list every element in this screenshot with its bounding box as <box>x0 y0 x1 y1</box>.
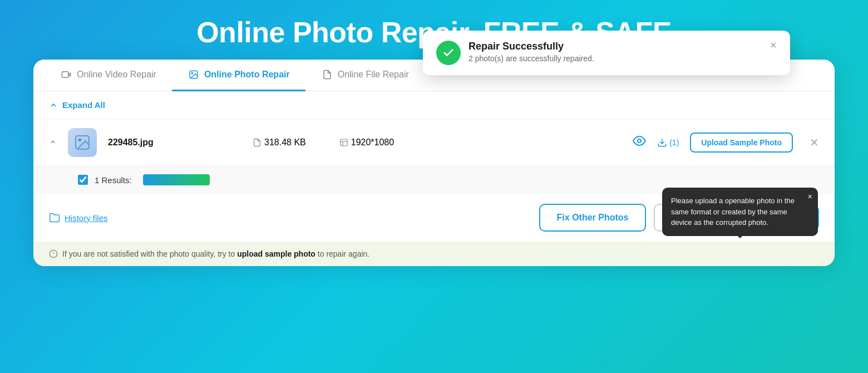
file-dimensions-container: 1920*1080 <box>339 138 394 148</box>
tab-photo-label: Online Photo Repair <box>204 70 290 80</box>
video-tab-icon <box>60 68 72 81</box>
notification-content: Repair Successfully 2 photo(s) are succe… <box>468 41 762 63</box>
sample-photo-tooltip: × Please upload a openable photo in the … <box>662 188 818 236</box>
tab-file-repair[interactable]: Online File Repair <box>305 60 425 91</box>
history-files-link[interactable]: History files <box>49 212 108 223</box>
svg-point-5 <box>78 139 81 141</box>
tooltip-close-button[interactable]: × <box>808 192 812 201</box>
footer-note: If you are not satisfied with the photo … <box>33 242 835 266</box>
svg-point-3 <box>191 72 193 73</box>
svg-rect-6 <box>341 139 347 146</box>
results-progress-bar <box>143 174 210 185</box>
file-dimensions: 1920*1080 <box>351 138 394 148</box>
svg-rect-0 <box>62 72 68 78</box>
tab-video-repair[interactable]: Online Video Repair <box>45 60 172 91</box>
tooltip-text: Please upload a openable photo in the sa… <box>671 197 795 227</box>
history-files-label: History files <box>65 213 108 223</box>
notification-subtitle: 2 photo(s) are successfully repaired. <box>468 54 762 63</box>
notification-title: Repair Successfully <box>468 41 762 52</box>
file-thumbnail <box>68 128 97 157</box>
preview-icon[interactable] <box>633 134 646 151</box>
file-size-container: 318.48 KB <box>253 138 306 148</box>
file-chevron-icon[interactable] <box>49 138 57 148</box>
download-count-label: (1) <box>669 138 679 147</box>
file-size: 318.48 KB <box>264 138 306 148</box>
results-label: 1 Results: <box>95 175 132 185</box>
success-icon <box>436 41 461 65</box>
footer-post: to repair again. <box>315 249 369 258</box>
tab-file-label: Online File Repair <box>338 70 409 80</box>
download-count[interactable]: (1) <box>657 138 679 148</box>
file-actions: (1) Upload Sample Photo ✕ <box>633 132 819 153</box>
footer-link: upload sample photo <box>237 249 315 258</box>
footer-note-text: If you are not satisfied with the photo … <box>62 249 369 258</box>
file-row: 229485.jpg 318.48 KB 1920*1080 <box>33 119 835 166</box>
results-checkbox[interactable] <box>78 175 88 185</box>
tab-photo-repair[interactable]: Online Photo Repair <box>172 60 305 91</box>
footer-pre: If you are not satisfied with the photo … <box>62 249 237 258</box>
file-close-icon[interactable]: ✕ <box>810 136 819 149</box>
tab-video-label: Online Video Repair <box>77 70 156 80</box>
main-card: × Please upload a openable photo in the … <box>33 60 835 266</box>
photo-tab-icon <box>188 68 200 81</box>
fix-other-button[interactable]: Fix Other Photos <box>539 204 647 232</box>
expand-all-row[interactable]: Expand All <box>33 91 835 119</box>
upload-sample-button[interactable]: Upload Sample Photo <box>690 132 793 153</box>
success-notification: Repair Successfully 2 photo(s) are succe… <box>423 31 790 75</box>
file-name: 229485.jpg <box>108 138 208 148</box>
svg-point-7 <box>638 139 641 143</box>
expand-all-label: Expand All <box>62 100 105 110</box>
notification-close-button[interactable]: × <box>770 40 777 51</box>
file-tab-icon <box>321 68 333 81</box>
